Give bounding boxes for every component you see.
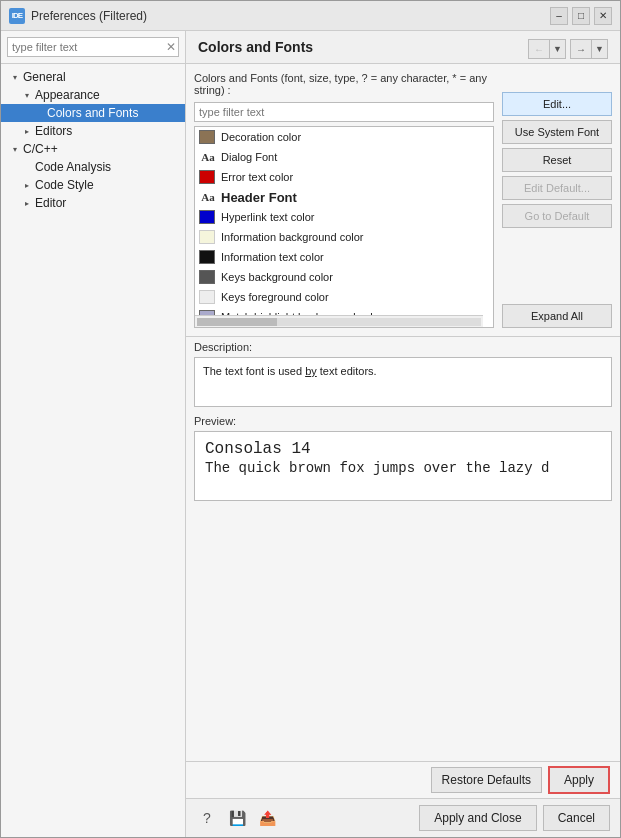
- edit-default-button[interactable]: Edit Default...: [502, 176, 612, 200]
- fonts-section: Colors and Fonts (font, size, type, ? = …: [194, 72, 494, 328]
- expand-all-button[interactable]: Expand All: [502, 304, 612, 328]
- window-controls: – □ ✕: [550, 7, 612, 25]
- preview-box: Consolas 14 The quick brown fox jumps ov…: [194, 431, 612, 501]
- color-swatch: [199, 230, 215, 244]
- sidebar-label-colors-fonts: Colors and Fonts: [47, 106, 138, 120]
- panel-title: Colors and Fonts: [198, 39, 313, 55]
- use-system-font-button[interactable]: Use System Font: [502, 120, 612, 144]
- expand-arrow-code-style: [21, 179, 33, 191]
- color-swatch: [199, 250, 215, 264]
- nav-back-dropdown[interactable]: ▼: [550, 39, 566, 59]
- bottom-bar: ? 💾 📤 Apply and Close Cancel: [186, 798, 620, 837]
- font-item-label: Dialog Font: [221, 151, 277, 163]
- description-content: The text font is used by text editors.: [203, 365, 377, 377]
- font-item-label: Keys foreground color: [221, 291, 329, 303]
- export-icon[interactable]: 📤: [256, 808, 278, 828]
- color-swatch: [199, 130, 215, 144]
- font-item-label: Error text color: [221, 171, 293, 183]
- sidebar-label-general: General: [23, 70, 66, 84]
- sidebar-label-appearance: Appearance: [35, 88, 100, 102]
- color-swatch: [199, 290, 215, 304]
- expand-arrow-appearance: [21, 89, 33, 101]
- bottom-right-buttons: Apply and Close Cancel: [419, 805, 610, 831]
- preview-line1: Consolas 14: [205, 440, 601, 458]
- bottom-left-icons: ? 💾 📤: [196, 808, 278, 828]
- sidebar-filter-input[interactable]: [7, 37, 179, 57]
- app-icon: IDE: [9, 8, 25, 24]
- edit-button[interactable]: Edit...: [502, 92, 612, 116]
- window-title: Preferences (Filtered): [31, 9, 550, 23]
- expand-arrow-editor: [21, 197, 33, 209]
- list-item[interactable]: Hyperlink text color: [195, 207, 493, 227]
- preferences-window: IDE Preferences (Filtered) – □ ✕ ✕ Gener…: [0, 0, 621, 838]
- sidebar-item-editor[interactable]: Editor: [1, 194, 185, 212]
- preview-label: Preview:: [194, 415, 612, 427]
- list-item[interactable]: Aa Header Font: [195, 187, 493, 207]
- font-item-label: Keys background color: [221, 271, 333, 283]
- action-buttons-panel: Edit... Use System Font Reset Edit Defau…: [502, 72, 612, 328]
- sidebar-item-general[interactable]: General: [1, 68, 185, 86]
- spacer: [186, 505, 620, 761]
- navigation-buttons: ← ▼ → ▼: [528, 39, 608, 59]
- description-box: The text font is used by text editors.: [194, 357, 612, 407]
- sidebar-item-cpp[interactable]: C/C++: [1, 140, 185, 158]
- preview-line2: The quick brown fox jumps over the lazy …: [205, 460, 601, 476]
- fonts-description-text: Colors and Fonts (font, size, type, ? = …: [194, 72, 494, 96]
- aa-icon: Aa: [199, 151, 217, 163]
- minimize-button[interactable]: –: [550, 7, 568, 25]
- fonts-list[interactable]: Decoration color Aa Dialog Font Error te…: [195, 127, 493, 327]
- go-to-default-button[interactable]: Go to Default: [502, 204, 612, 228]
- close-button[interactable]: ✕: [594, 7, 612, 25]
- nav-forward-button[interactable]: →: [570, 39, 592, 59]
- font-item-label: Decoration color: [221, 131, 301, 143]
- sidebar-item-appearance[interactable]: Appearance: [1, 86, 185, 104]
- apply-button[interactable]: Apply: [548, 766, 610, 794]
- expand-arrow-cpp: [9, 143, 21, 155]
- font-item-label: Hyperlink text color: [221, 211, 315, 223]
- horizontal-scrollbar[interactable]: [195, 315, 483, 327]
- expand-arrow-editors: [21, 125, 33, 137]
- list-item[interactable]: Keys foreground color: [195, 287, 493, 307]
- list-item[interactable]: Information background color: [195, 227, 493, 247]
- apply-and-close-button[interactable]: Apply and Close: [419, 805, 536, 831]
- sidebar-item-code-style[interactable]: Code Style: [1, 176, 185, 194]
- sidebar-label-code-analysis: Code Analysis: [35, 160, 111, 174]
- list-item[interactable]: Aa Dialog Font: [195, 147, 493, 167]
- import-icon[interactable]: 💾: [226, 808, 248, 828]
- list-item[interactable]: Decoration color: [195, 127, 493, 147]
- font-item-label: Information background color: [221, 231, 363, 243]
- font-item-label: Information text color: [221, 251, 324, 263]
- arrow-colors-fonts: [33, 107, 45, 119]
- sidebar-filter-area: ✕: [1, 31, 185, 64]
- sidebar-item-code-analysis[interactable]: Code Analysis: [1, 158, 185, 176]
- list-item[interactable]: Information text color: [195, 247, 493, 267]
- main-panel: Colors and Fonts ← ▼ → ▼: [186, 31, 620, 837]
- preview-section: Preview: Consolas 14 The quick brown fox…: [186, 411, 620, 505]
- sidebar-item-editors[interactable]: Editors: [1, 122, 185, 140]
- nav-forward-dropdown[interactable]: ▼: [592, 39, 608, 59]
- list-item[interactable]: Keys background color: [195, 267, 493, 287]
- filter-clear-button[interactable]: ✕: [166, 41, 176, 53]
- sidebar-label-code-style: Code Style: [35, 178, 94, 192]
- color-swatch: [199, 270, 215, 284]
- description-section: Description: The text font is used by te…: [186, 336, 620, 411]
- list-item[interactable]: Error text color: [195, 167, 493, 187]
- help-icon[interactable]: ?: [196, 808, 218, 828]
- scroll-thumb[interactable]: [197, 318, 277, 326]
- maximize-button[interactable]: □: [572, 7, 590, 25]
- tree-view: General Appearance Colors and Fonts Edit…: [1, 64, 185, 837]
- reset-button[interactable]: Reset: [502, 148, 612, 172]
- nav-back-button[interactable]: ←: [528, 39, 550, 59]
- sidebar-item-colors-and-fonts[interactable]: Colors and Fonts: [1, 104, 185, 122]
- cancel-button[interactable]: Cancel: [543, 805, 610, 831]
- restore-apply-row: Restore Defaults Apply: [186, 761, 620, 798]
- expand-arrow-general: [9, 71, 21, 83]
- fonts-filter-area: [194, 102, 494, 122]
- aa-icon: Aa: [199, 191, 217, 203]
- restore-defaults-button[interactable]: Restore Defaults: [431, 767, 542, 793]
- sidebar-label-editor: Editor: [35, 196, 66, 210]
- fonts-filter-input[interactable]: [194, 102, 494, 122]
- panel-body: Colors and Fonts (font, size, type, ? = …: [186, 64, 620, 336]
- description-label: Description:: [194, 341, 612, 353]
- sidebar-label-cpp: C/C++: [23, 142, 58, 156]
